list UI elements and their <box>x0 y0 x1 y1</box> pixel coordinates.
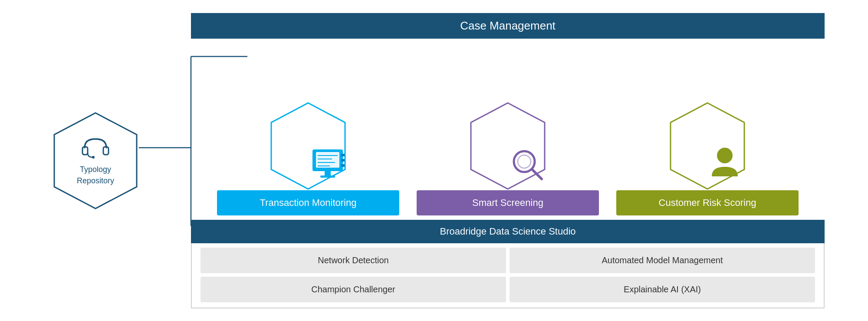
svg-point-25 <box>717 148 733 163</box>
smart-screening-label: Smart Screening <box>417 190 599 215</box>
svg-rect-13 <box>341 164 345 167</box>
module-transaction-monitoring: Transaction Monitoring <box>217 101 399 215</box>
right-section: Case Management <box>191 13 825 308</box>
studio-cell-automated-model: Automated Model Management <box>510 248 815 273</box>
transaction-monitoring-hex <box>269 101 347 191</box>
diagram-wrapper: Typology Repository Case Management <box>43 13 825 308</box>
studio-bar: Broadridge Data Science Studio <box>191 220 825 243</box>
svg-point-7 <box>92 156 95 159</box>
studio-cell-explainable-ai: Explainable AI (XAI) <box>510 277 815 302</box>
smart-screening-hex <box>469 101 547 191</box>
studio-cell-champion-challenger: Champion Challenger <box>201 277 506 302</box>
module-smart-screening: Smart Screening <box>417 101 599 215</box>
left-node: Typology Repository <box>52 111 139 211</box>
module-customer-risk-scoring: Customer Risk Scoring <box>616 101 799 215</box>
svg-point-22 <box>518 155 531 168</box>
svg-rect-10 <box>316 152 339 168</box>
svg-rect-11 <box>341 154 345 156</box>
case-management-bar: Case Management <box>191 13 825 39</box>
studio-grid: Network Detection Automated Model Manage… <box>191 243 825 308</box>
typology-icon-area: Typology Repository <box>77 135 114 186</box>
transaction-monitoring-label: Transaction Monitoring <box>217 190 399 215</box>
customer-risk-scoring-label: Customer Risk Scoring <box>616 190 799 215</box>
svg-line-23 <box>532 169 542 179</box>
svg-rect-12 <box>341 159 345 162</box>
studio-cell-network-detection: Network Detection <box>201 248 506 273</box>
customer-risk-scoring-hex <box>668 101 746 191</box>
modules-section: Transaction Monitoring <box>191 39 825 215</box>
typology-hex: Typology Repository <box>52 111 139 211</box>
svg-rect-19 <box>320 175 335 178</box>
svg-rect-18 <box>325 171 331 175</box>
studio-section: Broadridge Data Science Studio Network D… <box>191 220 825 308</box>
